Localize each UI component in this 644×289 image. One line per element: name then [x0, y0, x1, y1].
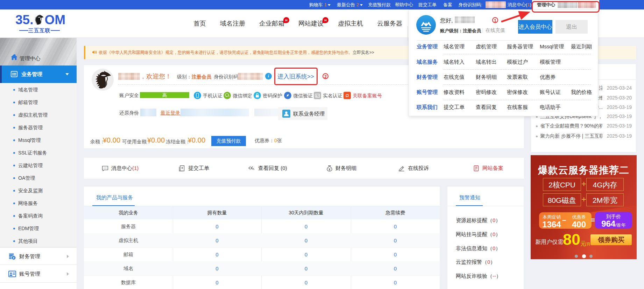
svg-text:¥: ¥: [13, 256, 15, 260]
